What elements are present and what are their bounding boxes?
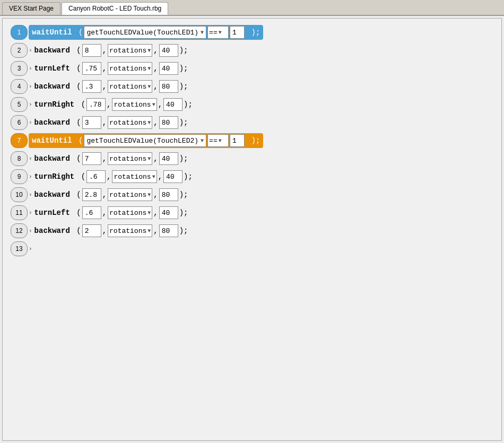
op-arrow-7: ▼ (219, 138, 222, 144)
line-12-content: backward ( 2 , rotations ▼ , 80 ); (34, 224, 188, 237)
line-4-content: backward ( .3 , rotations ▼ , 80 ); (34, 80, 188, 93)
op-arrow-1: ▼ (219, 30, 222, 36)
semicolon-7: ); (247, 136, 260, 145)
keyword-8: backward (34, 154, 70, 163)
unit-dropdown-3[interactable]: rotations ▼ (108, 62, 152, 75)
line-number-6: 6 (11, 115, 28, 130)
arrow-3: › (29, 65, 32, 72)
line-7-content: waitUntil ( getTouchLEDValue(TouchLED2) … (29, 133, 263, 148)
code-line-11: 11 › turnLeft ( .6 , rotations ▼ , 40 ); (11, 204, 493, 221)
keyword-2: backward (34, 46, 70, 55)
code-line-12: 12 › backward ( 2 , rotations ▼ , 80 ); (11, 222, 493, 239)
p1-input-4[interactable]: .3 (82, 80, 101, 93)
line-number-9: 9 (11, 169, 28, 184)
op-value-1: == (209, 29, 218, 37)
code-line-4: 4 › backward ( .3 , rotations ▼ , 80 ); (11, 78, 493, 95)
unit-dropdown-4[interactable]: rotations ▼ (108, 80, 152, 93)
p1-input-12[interactable]: 2 (82, 224, 101, 237)
p2-input-4[interactable]: 80 (159, 80, 178, 93)
p1-input-11[interactable]: .6 (82, 206, 101, 219)
code-line-1: 1 waitUntil ( getTouchLEDValue(TouchLED1… (11, 24, 493, 41)
keyword-1: waitUntil (32, 28, 72, 37)
sensor-value-1: getTouchLEDValue(TouchLED1) (86, 29, 198, 37)
p2-input-8[interactable]: 40 (159, 152, 178, 165)
unit-dropdown-5[interactable]: rotations ▼ (112, 98, 157, 111)
code-line-13: 13 › (11, 240, 493, 257)
line-number-8: 8 (11, 151, 28, 166)
unit-dropdown-8[interactable]: rotations ▼ (108, 152, 152, 165)
arrow-13: › (29, 246, 32, 252)
op-dropdown-7[interactable]: == ▼ (207, 134, 229, 147)
line-8-content: backward ( 7 , rotations ▼ , 40 ); (34, 152, 188, 165)
keyword-12: backward (34, 227, 70, 235)
unit-dropdown-6[interactable]: rotations ▼ (108, 116, 152, 129)
arrow-12: › (29, 228, 32, 234)
arrow-6: › (29, 119, 32, 126)
sensor-dropdown-7[interactable]: getTouchLEDValue(TouchLED2) ▼ (84, 134, 206, 147)
p1-input-10[interactable]: 2.8 (82, 188, 101, 201)
keyword-10: backward (34, 190, 70, 199)
keyword-5: turnRight (34, 100, 75, 109)
keyword-11: turnLeft (34, 209, 70, 217)
p2-input-2[interactable]: 40 (159, 44, 178, 57)
p1-input-5[interactable]: .78 (86, 98, 106, 111)
line-number-5: 5 (11, 97, 28, 112)
open-paren-1: ( (74, 28, 83, 37)
p2-input-6[interactable]: 80 (159, 116, 178, 129)
unit-dropdown-9[interactable]: rotations ▼ (112, 170, 157, 183)
code-line-8: 8 › backward ( 7 , rotations ▼ , 40 ); (11, 150, 493, 167)
p2-input-11[interactable]: 40 (159, 206, 178, 219)
tab-vex-start[interactable]: VEX Start Page (2, 2, 60, 15)
keyword-9: turnRight (34, 172, 75, 181)
sensor-dropdown-1[interactable]: getTouchLEDValue(TouchLED1) ▼ (84, 26, 206, 39)
unit-dropdown-10[interactable]: rotations ▼ (108, 188, 152, 201)
line-9-content: turnRight ( .6 , rotations ▼ , 40 ); (34, 170, 193, 183)
line-6-content: backward ( 3 , rotations ▼ , 80 ); (34, 116, 188, 129)
sensor-arrow-7: ▼ (201, 138, 204, 144)
sensor-arrow-1: ▼ (201, 30, 204, 36)
code-line-6: 6 › backward ( 3 , rotations ▼ , 80 ); (11, 114, 493, 131)
keyword-4: backward (34, 82, 70, 91)
line-number-13: 13 (11, 241, 28, 256)
arrow-4: › (29, 83, 32, 90)
tab-bar: VEX Start Page Canyon RobotC - LED Touch… (0, 0, 504, 16)
line-10-content: backward ( 2.8 , rotations ▼ , 80 ); (34, 188, 188, 201)
code-line-5: 5 › turnRight ( .78 , rotations ▼ , 40 )… (11, 96, 493, 113)
line-number-7: 7 (11, 133, 28, 148)
p1-input-2[interactable]: 8 (82, 44, 101, 57)
p1-input-6[interactable]: 3 (82, 116, 101, 129)
code-line-3: 3 › turnLeft ( .75 , rotations ▼ , 40 ); (11, 60, 493, 77)
p1-input-8[interactable]: 7 (82, 152, 101, 165)
p2-input-12[interactable]: 80 (159, 224, 178, 237)
keyword-7: waitUntil (32, 136, 72, 145)
val-input-7[interactable]: 1 (230, 134, 245, 147)
unit-dropdown-11[interactable]: rotations ▼ (108, 206, 152, 219)
val-text-7: 1 (232, 137, 237, 145)
code-line-9: 9 › turnRight ( .6 , rotations ▼ , 40 ); (11, 168, 493, 185)
tab-canyon-robotc[interactable]: Canyon RobotC - LED Touch.rbg (62, 2, 168, 15)
arrow-8: › (29, 155, 32, 162)
line-1-content: waitUntil ( getTouchLEDValue(TouchLED1) … (29, 25, 263, 40)
unit-dropdown-12[interactable]: rotations ▼ (108, 224, 152, 237)
line-number-4: 4 (11, 79, 28, 94)
p1-input-9[interactable]: .6 (86, 170, 106, 183)
line-11-content: turnLeft ( .6 , rotations ▼ , 40 ); (34, 206, 188, 219)
op-value-7: == (209, 137, 218, 145)
editor-area[interactable]: 1 waitUntil ( getTouchLEDValue(TouchLED1… (2, 18, 502, 441)
arrow-5: › (29, 101, 32, 108)
arrow-10: › (29, 192, 32, 198)
p2-input-10[interactable]: 80 (159, 188, 178, 201)
val-input-1[interactable]: 1 (230, 26, 245, 39)
semicolon-1: ); (247, 28, 260, 37)
val-text-1: 1 (232, 29, 237, 37)
p1-input-3[interactable]: .75 (82, 62, 101, 75)
arrow-2: › (29, 47, 32, 54)
p2-input-9[interactable]: 40 (163, 170, 183, 183)
p2-input-3[interactable]: 40 (159, 62, 178, 75)
line-number-2: 2 (11, 43, 28, 58)
line-number-11: 11 (11, 205, 28, 220)
op-dropdown-1[interactable]: == ▼ (207, 26, 229, 39)
p2-input-5[interactable]: 40 (163, 98, 183, 111)
unit-dropdown-2[interactable]: rotations ▼ (108, 44, 152, 57)
code-line-10: 10 › backward ( 2.8 , rotations ▼ , 80 )… (11, 186, 493, 203)
